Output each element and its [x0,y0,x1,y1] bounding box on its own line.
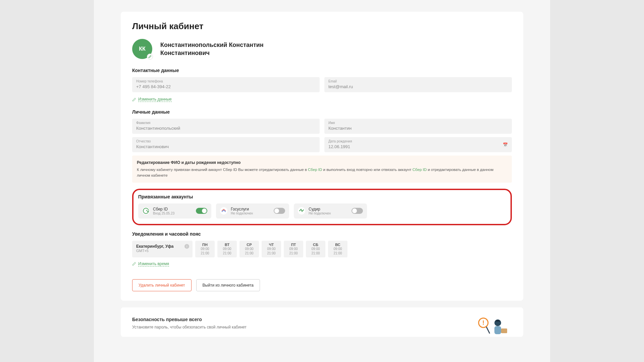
edit-locked-notice: Редактирование ФИО и даты рождения недос… [132,156,512,183]
day-name: ЧТ [264,243,278,247]
link-toggle[interactable] [352,208,363,214]
avatar-edit-icon[interactable] [147,54,153,60]
info-icon[interactable]: i [184,244,189,249]
delete-account-button[interactable]: Удалить личный кабинет [132,279,192,291]
day-to: 21:00 [286,251,301,255]
email-value: test@mail.ru [328,84,353,89]
avatar[interactable]: КК [132,39,152,59]
day-to: 21:00 [309,251,323,255]
linked-account-card: ГосуслугиНе подключен [216,203,289,219]
day-card[interactable]: СР09:0021:00 [239,241,259,257]
email-field[interactable]: Email test@mail.ru [324,77,512,92]
linked-accounts-highlight: Привязанные аккаунты Сбер IDВход 25.05.2… [132,189,512,225]
day-to: 21:00 [331,251,345,255]
personal-section-title: Личные данные [132,109,512,115]
avatar-initials: КК [139,46,146,52]
day-from: 09:00 [220,247,234,251]
security-title: Безопасность превыше всего [132,317,458,322]
tz-section-title: Уведомления и часовой пояс [132,231,512,237]
provider-name: Сбер ID [153,207,193,212]
phone-label: Номер телефона [136,79,316,83]
patronymic-field: Отчество Константинович [132,137,320,152]
contact-section-title: Контактные данные [132,68,512,73]
day-from: 09:00 [198,247,212,251]
provider-name: Госуслуги [231,207,270,212]
phone-value: +7 495 84-394-22 [136,84,171,89]
calendar-icon: 📅 [503,142,508,147]
day-from: 09:00 [242,247,256,251]
provider-icon [298,207,305,215]
linked-account-card: Сбер IDВход 25.05.23 [138,203,211,219]
edit-contact-link[interactable]: Изменить данные [132,97,172,102]
link-toggle[interactable] [196,208,207,214]
provider-icon [220,207,227,215]
profile-card: Личный кабинет КК Константинопольский Ко… [121,12,523,301]
profile-name: Константинопольский Константин Константи… [160,41,264,57]
linked-account-card: СудирНе подключен [294,203,367,219]
pencil-icon [132,98,136,102]
day-card[interactable]: ВТ09:0021:00 [217,241,237,257]
provider-status: Не подключен [231,212,270,215]
day-name: ПН [198,243,212,247]
day-card[interactable]: ЧТ09:0021:00 [262,241,281,257]
day-to: 21:00 [220,251,234,255]
day-name: ВС [331,243,345,247]
day-name: СР [242,243,256,247]
provider-name: Судир [309,207,348,212]
provider-status: Вход 25.05.23 [153,212,193,215]
day-card[interactable]: ПТ09:0021:00 [284,241,303,257]
logout-button[interactable]: Выйти из личного кабинета [196,279,260,291]
link-toggle[interactable] [274,208,285,214]
security-desc: Установите пароль, чтобы обезопасить сво… [132,325,458,329]
pencil-icon [132,262,136,266]
day-card[interactable]: ВС09:0021:00 [328,241,347,257]
profile-header: КК Константинопольский Константин Конста… [132,39,512,59]
provider-status: Не подключен [309,212,348,215]
day-name: СБ [309,243,323,247]
edit-time-link[interactable]: Изменить время [132,261,169,266]
day-card[interactable]: СБ09:0021:00 [306,241,325,257]
sber-id-link-2[interactable]: Сбер ID [413,168,427,172]
day-to: 21:00 [198,251,212,255]
day-from: 09:00 [286,247,301,251]
day-to: 21:00 [242,251,256,255]
birthdate-field: Дата рождения 12.06.1991 📅 [324,137,512,152]
day-from: 09:00 [309,247,323,251]
day-card[interactable]: ПН09:0021:00 [195,241,215,257]
day-to: 21:00 [264,251,278,255]
svg-rect-5 [501,328,507,333]
notice-body: К личному кабинету привязан внешний акка… [137,167,507,179]
tz-city-card[interactable]: Екатеринбург, Уфа GMT+5 i [132,241,193,257]
phone-field[interactable]: Номер телефона +7 495 84-394-22 [132,77,320,92]
page-title: Личный кабинет [132,21,512,32]
sber-id-link-1[interactable]: Сбер ID [308,168,322,172]
provider-icon [142,207,150,215]
day-from: 09:00 [264,247,278,251]
firstname-field: Имя Константин [324,119,512,134]
svg-line-2 [486,327,490,334]
security-illustration: ! [472,317,512,337]
day-from: 09:00 [331,247,345,251]
email-label: Email [328,79,508,83]
linked-section-title: Привязанные аккаунты [138,194,506,199]
security-card: Безопасность превыше всего Установите па… [121,307,523,337]
lastname-field: Фамилия Константинопольский [132,119,320,134]
svg-text:!: ! [482,319,484,326]
day-name: ВТ [220,243,234,247]
day-name: ПТ [286,243,301,247]
svg-rect-4 [494,326,501,334]
